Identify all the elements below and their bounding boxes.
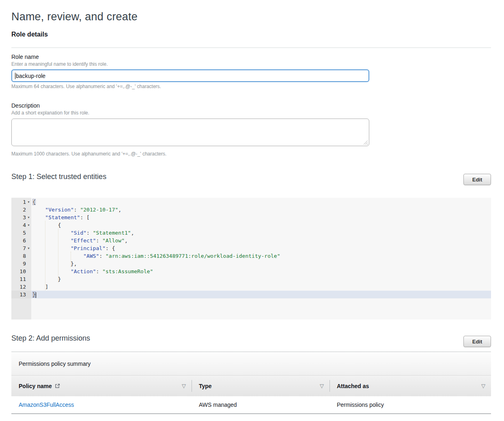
step2-edit-button[interactable]: Edit bbox=[463, 336, 491, 347]
table-row: AmazonS3FullAccessAWS managedPermissions… bbox=[11, 396, 491, 414]
description-textarea[interactable] bbox=[11, 119, 369, 146]
line-number: 1 bbox=[23, 198, 26, 206]
editor-line[interactable]: 13} bbox=[11, 291, 491, 298]
policy-document-editor[interactable]: 1▾{2 "Version": "2012-10-17",3▾ "Stateme… bbox=[11, 198, 491, 320]
line-number: 2 bbox=[23, 206, 26, 214]
step1-edit-button[interactable]: Edit bbox=[463, 174, 491, 185]
role-name-value: backup-role bbox=[16, 73, 45, 79]
text-caret bbox=[36, 292, 36, 298]
policy-name-link[interactable]: AmazonS3FullAccess bbox=[11, 396, 192, 413]
code-line-text: { bbox=[31, 221, 491, 229]
external-link-icon bbox=[55, 383, 60, 389]
permissions-summary-panel: Permissions policy summary Policy name▽T… bbox=[11, 352, 491, 414]
code-line-text: "Statement": [ bbox=[31, 214, 491, 221]
line-number: 6 bbox=[23, 237, 26, 244]
editor-line[interactable]: 2 "Version": "2012-10-17", bbox=[11, 206, 491, 214]
line-number: 3 bbox=[23, 214, 26, 221]
filter-icon[interactable]: ▽ bbox=[481, 383, 485, 389]
editor-line[interactable]: 1▾{ bbox=[11, 198, 491, 206]
step2-heading: Step 2: Add permissions bbox=[11, 334, 90, 343]
editor-line[interactable]: 12 ] bbox=[11, 283, 491, 291]
editor-line[interactable]: 5 "Sid": "Statement1", bbox=[11, 229, 491, 237]
fold-arrow-icon[interactable]: ▾ bbox=[26, 214, 31, 221]
role-details-heading: Role details bbox=[11, 31, 48, 38]
role-name-help: Enter a meaningful name to identify this… bbox=[11, 61, 108, 67]
fold-arrow-icon[interactable]: ▾ bbox=[26, 221, 31, 229]
page-title: Name, review, and create bbox=[11, 11, 138, 23]
role-name-constraint: Maximum 64 characters. Use alphanumeric … bbox=[11, 84, 161, 89]
policy-table-body: AmazonS3FullAccessAWS managedPermissions… bbox=[11, 396, 491, 414]
step1-heading: Step 1: Select trusted entities bbox=[11, 173, 106, 181]
code-line-text: "Principal": { bbox=[31, 244, 491, 252]
line-number: 11 bbox=[19, 275, 26, 283]
policy-editor-lines: 1▾{2 "Version": "2012-10-17",3▾ "Stateme… bbox=[11, 198, 491, 298]
policy-table-header: Policy name▽Type▽Attached as▽ bbox=[11, 376, 491, 396]
code-line-text: "Action": "sts:AssumeRole" bbox=[31, 268, 491, 275]
divider bbox=[11, 47, 491, 48]
column-header-label: Policy name bbox=[19, 383, 52, 389]
resize-handle-icon[interactable] bbox=[363, 140, 368, 145]
line-number: 4 bbox=[23, 221, 26, 229]
code-line-text: "Effect": "Allow", bbox=[31, 237, 491, 244]
column-header-policy-name[interactable]: Policy name▽ bbox=[11, 376, 192, 396]
name-review-create-page: Name, review, and create Role details Ro… bbox=[0, 0, 504, 421]
code-line-text: }, bbox=[31, 260, 491, 268]
filter-icon[interactable]: ▽ bbox=[182, 383, 186, 389]
column-header-label: Type bbox=[199, 383, 212, 389]
description-label: Description bbox=[11, 102, 40, 109]
editor-line[interactable]: 10 "Action": "sts:AssumeRole" bbox=[11, 268, 491, 275]
line-number: 8 bbox=[23, 252, 26, 260]
description-constraint: Maximum 1000 characters. Use alphanumeri… bbox=[11, 151, 166, 157]
line-number: 7 bbox=[23, 244, 26, 252]
editor-line[interactable]: 3▾ "Statement": [ bbox=[11, 214, 491, 221]
column-header-label: Attached as bbox=[337, 383, 369, 389]
editor-line[interactable]: 9 }, bbox=[11, 260, 491, 268]
code-line-text: "AWS": "arn:aws:iam::541263489771:role/w… bbox=[31, 252, 491, 260]
fold-arrow-icon[interactable]: ▾ bbox=[26, 244, 31, 252]
editor-line[interactable]: 7▾ "Principal": { bbox=[11, 244, 491, 252]
column-header-attached-as[interactable]: Attached as▽ bbox=[330, 376, 491, 396]
line-number: 5 bbox=[23, 229, 26, 237]
editor-line[interactable]: 8 "AWS": "arn:aws:iam::541263489771:role… bbox=[11, 252, 491, 260]
editor-line[interactable]: 6 "Effect": "Allow", bbox=[11, 237, 491, 244]
line-number: 10 bbox=[19, 268, 26, 275]
code-line-text: "Version": "2012-10-17", bbox=[31, 206, 491, 214]
line-number: 13 bbox=[19, 291, 26, 298]
editor-line[interactable]: 4▾ { bbox=[11, 221, 491, 229]
filter-icon[interactable]: ▽ bbox=[320, 383, 324, 389]
column-header-type[interactable]: Type▽ bbox=[192, 376, 330, 396]
code-line-text: } bbox=[31, 275, 491, 283]
line-number: 9 bbox=[23, 260, 26, 268]
code-line-text: } bbox=[31, 291, 491, 298]
line-number: 12 bbox=[19, 283, 26, 291]
code-line-text: ] bbox=[31, 283, 491, 291]
table-cell: Permissions policy bbox=[330, 396, 491, 413]
description-help: Add a short explanation for this role. bbox=[11, 110, 89, 116]
editor-line[interactable]: 11 } bbox=[11, 275, 491, 283]
table-cell: AWS managed bbox=[192, 396, 330, 413]
fold-arrow-icon[interactable]: ▾ bbox=[26, 198, 31, 206]
role-name-input[interactable]: backup-role bbox=[11, 69, 369, 82]
role-name-label: Role name bbox=[11, 54, 39, 60]
text-caret bbox=[15, 73, 15, 79]
code-line-text: "Sid": "Statement1", bbox=[31, 229, 491, 237]
permissions-panel-title: Permissions policy summary bbox=[11, 352, 491, 376]
code-line-text: { bbox=[31, 198, 491, 206]
